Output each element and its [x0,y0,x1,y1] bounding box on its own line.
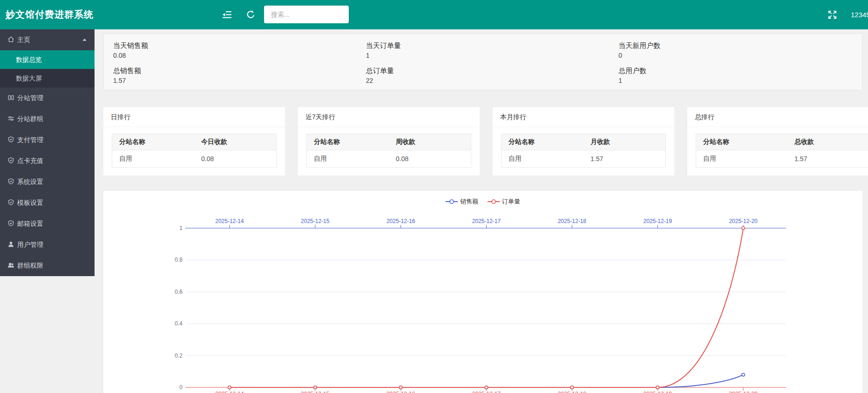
stat-cell-3: 总销售额1.57 [104,62,357,87]
sidebar-item-7[interactable]: 邮箱设置 [0,213,95,234]
sidebar-item-label: 用户管理 [17,241,43,248]
users-icon [7,262,14,269]
sidebar-item-label: 模板设置 [17,199,43,206]
sidebar-item-5[interactable]: 系统设置 [0,171,95,192]
sidebar-subitem-label: 数据大屏 [16,75,42,82]
sidebar-item-label: 系统设置 [17,178,43,185]
table-cell: 1.57 [583,150,666,168]
ranking-card-3: 总排行分站名称总收款自用1.57 [687,107,868,176]
svg-text:2025-12-18: 2025-12-18 [558,391,587,393]
ranking-card-body: 分站名称周收款自用0.08 [298,127,480,168]
svg-text:0.8: 0.8 [175,257,183,263]
table-row: 自用1.57 [502,150,666,168]
sidebar-item-label: 分站管理 [17,94,43,102]
top-header: 妙文馆付费进群系统 12345 [0,0,868,29]
stat-label: 总用户数 [618,65,862,76]
stat-cell-4: 总订单量22 [357,62,610,87]
ranking-card-1: 近7天排行分站名称周收款自用0.08 [298,107,480,176]
legend-label: 订单量 [502,197,520,206]
sidebar-item-6[interactable]: 模板设置 [0,192,95,213]
table-cell: 自用 [307,150,389,168]
ranking-cards-row: 日排行分站名称今日收款自用0.08近7天排行分站名称周收款自用0.08本月排行分… [103,107,868,176]
refresh-icon[interactable] [246,10,256,20]
stat-cell-2: 当天新用户数0 [609,37,862,62]
sidebar-subitem-label: 数据总览 [16,56,42,63]
ranking-column-header: 分站名称 [502,134,584,150]
stat-value: 1 [366,51,610,61]
svg-text:2025-12-20: 2025-12-20 [729,391,758,393]
legend-item-1[interactable]: 订单量 [488,197,520,206]
svg-text:2025-12-19: 2025-12-19 [644,218,672,224]
sidebar-item-2[interactable]: 分站群组 [0,108,95,129]
stat-label: 总订单量 [366,65,610,76]
shield-check-icon [7,136,14,143]
ranking-column-header: 月收款 [583,134,666,150]
panels-icon [7,94,14,101]
stat-cell-5: 总用户数1 [609,62,862,87]
ranking-card-2: 本月排行分站名称月收款自用1.57 [493,107,674,176]
stat-value: 1.57 [113,76,357,86]
table-cell: 自用 [112,150,195,168]
legend-marker-icon [446,198,458,205]
svg-text:2025-12-14: 2025-12-14 [215,391,244,393]
table-row: 自用0.08 [112,150,277,168]
sidebar-item-label: 群组权限 [17,262,43,269]
shield-check-icon [7,199,14,206]
svg-text:0.4: 0.4 [175,320,183,327]
sidebar-item-3[interactable]: 支付管理 [0,129,95,150]
sidebar-item-label: 主页 [17,36,30,43]
stats-panel: 当天销售额0.08当天订单量1当天新用户数0总销售额1.57总订单量22总用户数… [103,34,862,90]
stat-value: 0 [618,51,862,61]
ranking-card-0: 日排行分站名称今日收款自用0.08 [103,107,285,176]
svg-text:0.2: 0.2 [175,352,183,359]
svg-text:2025-12-20: 2025-12-20 [729,218,758,224]
sidebar-item-label: 邮箱设置 [17,220,43,227]
svg-text:0.6: 0.6 [175,289,183,295]
sidebar-subitem-0-0[interactable]: 数据总览 [0,50,95,69]
sidebar-item-0[interactable]: 主页 [0,29,95,50]
sidebar-item-4[interactable]: 点卡充值 [0,150,95,171]
table-cell: 0.08 [389,150,471,168]
sidebar-subitem-0-1[interactable]: 数据大屏 [0,69,95,88]
ranking-column-header: 总收款 [787,134,868,150]
legend-label: 销售额 [460,197,478,206]
user-menu[interactable]: 12345 [851,0,868,29]
sidebar-item-8[interactable]: 用户管理 [0,234,95,255]
svg-text:2025-12-18: 2025-12-18 [558,218,587,224]
ranking-card-title: 近7天排行 [298,107,480,127]
app-title: 妙文馆付费进群系统 [6,0,94,29]
svg-text:2025-12-17: 2025-12-17 [472,391,501,393]
collapse-sidebar-icon[interactable] [222,9,232,20]
svg-text:2025-12-14: 2025-12-14 [215,218,244,224]
ranking-card-title: 本月排行 [493,107,674,127]
svg-text:2025-12-17: 2025-12-17 [472,218,501,224]
ranking-card-body: 分站名称今日收款自用0.08 [103,127,285,168]
legend-item-0[interactable]: 销售额 [446,197,478,206]
home-icon [7,36,14,43]
ranking-table: 分站名称周收款自用0.08 [306,134,471,168]
sidebar-menu: 主页数据总览数据大屏分站管理分站群组支付管理点卡充值系统设置模板设置邮箱设置用户… [0,29,95,276]
ranking-column-header: 分站名称 [307,134,389,150]
sales-orders-line-chart: 2025-12-142025-12-142025-12-152025-12-15… [103,191,862,393]
ranking-card-title: 日排行 [103,107,285,127]
stat-value: 22 [366,76,610,86]
sidebar-item-9[interactable]: 群组权限 [0,255,95,276]
table-cell: 1.57 [787,150,868,168]
sidebar-item-label: 分站群组 [17,115,43,122]
svg-text:2025-12-19: 2025-12-19 [644,391,672,393]
table-row: 自用1.57 [696,150,868,168]
table-cell: 自用 [502,150,584,168]
fullscreen-icon[interactable] [827,9,838,20]
table-cell: 自用 [696,150,788,168]
sidebar-item-label: 点卡充值 [17,157,43,164]
ranking-card-body: 分站名称月收款自用1.57 [493,127,674,168]
ranking-table: 分站名称今日收款自用0.08 [112,134,277,168]
svg-text:2025-12-16: 2025-12-16 [387,218,415,224]
stat-label: 当天新用户数 [618,40,862,51]
svg-text:2025-12-15: 2025-12-15 [301,218,330,224]
stat-cell-0: 当天销售额0.08 [104,37,357,62]
sidebar-item-1[interactable]: 分站管理 [0,88,95,108]
shield-check-icon [7,157,14,164]
search-input[interactable] [264,6,349,23]
user-icon [7,241,14,248]
